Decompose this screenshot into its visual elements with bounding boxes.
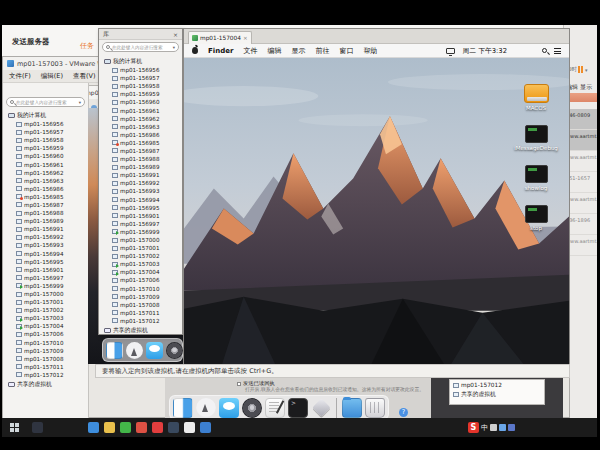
sogou-tool-icon[interactable] [499, 424, 506, 431]
vm-list-item[interactable]: mp01-156959 [3, 144, 88, 152]
background-vm-dock[interactable] [102, 338, 183, 362]
tree-root-my-computer[interactable]: 我的计算机 [99, 57, 182, 66]
dock-icon[interactable] [219, 398, 239, 418]
vm-list-item[interactable]: mp01-156988 [99, 155, 182, 163]
menu-item[interactable]: 显示 [291, 46, 305, 56]
vm-list-item[interactable]: mp01-156961 [99, 106, 182, 114]
library-panel-header[interactable]: 库 × [99, 29, 182, 40]
dock-icon[interactable] [166, 342, 183, 359]
taskbar-app-icon[interactable] [184, 422, 195, 433]
library-search-input[interactable]: 在此处键入内容进行搜索 ▾ [6, 97, 85, 107]
vm-list-item[interactable]: mp01-156960 [99, 98, 182, 106]
mini-panel-row[interactable]: 共享的虚拟机 [453, 390, 541, 399]
vm-list-item[interactable]: mp01-156957 [99, 74, 182, 82]
taskbar-app-icon[interactable] [168, 422, 179, 433]
vm-list-item[interactable]: mp01-157003 [3, 314, 88, 322]
taskbar-app-icon[interactable] [200, 422, 211, 433]
vm-list-item[interactable]: mp01-156993 [3, 241, 88, 249]
menu-item[interactable]: 文件(F) [9, 72, 31, 81]
notification-center-icon[interactable] [554, 48, 561, 54]
vm-list-item[interactable]: mp01-157010 [99, 285, 182, 293]
tree-root-my-computer[interactable]: 我的计算机 [3, 111, 88, 120]
active-app-menu[interactable]: Finder [208, 47, 233, 55]
tree-shared-vms[interactable]: 共享的虚拟机 [3, 380, 88, 389]
help-button[interactable]: ? [399, 408, 408, 417]
menu-item[interactable]: 前往 [315, 46, 329, 56]
dock-icon[interactable] [126, 342, 143, 359]
vm-list-item[interactable]: mp01-156986 [99, 131, 182, 139]
vm-list-item[interactable]: mp01-157000 [99, 236, 182, 244]
close-icon[interactable]: × [243, 35, 248, 41]
display-status-icon[interactable] [446, 48, 455, 54]
vm-list-item[interactable]: mp01-156997 [99, 220, 182, 228]
vm-list-item[interactable]: mp01-157011 [3, 363, 88, 371]
dock-icon[interactable] [311, 398, 331, 418]
vm-list-item[interactable]: mp01-157001 [3, 298, 88, 306]
vm-list-item[interactable]: mp01-156985 [99, 139, 182, 147]
dock-icon[interactable] [265, 398, 285, 418]
vm-list-item[interactable]: mp01-156991 [3, 225, 88, 233]
vm-list-item[interactable]: mp01-157002 [99, 252, 182, 260]
dock-icon[interactable] [288, 398, 308, 418]
dock-icon[interactable] [242, 398, 262, 418]
vm-list-item[interactable]: mp01-157009 [99, 293, 182, 301]
vm-list-item[interactable]: mp01-156960 [3, 152, 88, 160]
vm-list-item[interactable]: mp01-156993 [99, 187, 182, 195]
vm-list-item[interactable]: mp01-156994 [3, 250, 88, 258]
dock-icon[interactable] [173, 398, 193, 418]
vm-list-item[interactable]: mp01-156961 [3, 160, 88, 168]
taskbar-app-icon[interactable] [136, 422, 147, 433]
vm-list-item[interactable]: mp01-156992 [99, 179, 182, 187]
spotlight-search-icon[interactable] [542, 48, 547, 53]
vm-list-item[interactable]: mp01-156995 [3, 258, 88, 266]
vm-list-item[interactable]: mp01-156958 [99, 82, 182, 90]
vm-list-item[interactable]: mp01-156956 [99, 66, 182, 74]
vm-list-item[interactable]: mp01-156985 [3, 193, 88, 201]
vm-list-item[interactable]: mp01-156994 [99, 196, 182, 204]
taskbar-app-icon[interactable] [88, 422, 99, 433]
macos-desktop[interactable]: MACOS iMessageDebug showlog stop [184, 58, 569, 365]
vm-list-item[interactable]: mp01-156959 [99, 90, 182, 98]
dock-icon[interactable] [196, 398, 216, 418]
front-vm-tab[interactable]: mp01-157004 × [188, 31, 252, 44]
vm-list-item[interactable]: mp01-156995 [99, 204, 182, 212]
vm-list-item[interactable]: mp01-157003 [99, 260, 182, 268]
vm-list-item[interactable]: mp01-156988 [3, 209, 88, 217]
vm-list-item[interactable]: mp01-156958 [3, 136, 88, 144]
vm-list-item[interactable]: mp01-156963 [3, 177, 88, 185]
desktop-icon[interactable]: iMessageDebug [515, 125, 557, 151]
sogou-input-bar[interactable]: S 中 [468, 421, 515, 434]
vm-list-item[interactable]: mp01-157010 [3, 339, 88, 347]
sogou-tool-icon[interactable] [508, 424, 515, 431]
vm-list-item[interactable]: mp01-156962 [99, 115, 182, 123]
vm-list-item[interactable]: mp01-157006 [3, 330, 88, 338]
vm-list-item[interactable]: mp01-157012 [3, 371, 88, 379]
menu-item[interactable]: 编辑(E) [41, 72, 63, 81]
dock-icon[interactable] [146, 342, 163, 359]
vm-list-item[interactable]: mp01-156999 [3, 282, 88, 290]
vm-list-item[interactable]: mp01-156962 [3, 169, 88, 177]
vm-list-item[interactable]: mp01-157006 [99, 276, 182, 284]
desktop-icon[interactable]: stop [515, 205, 557, 231]
menu-item[interactable]: 查看(V) [73, 72, 96, 81]
taskbar-app-icon[interactable] [32, 422, 43, 433]
vm-list-item[interactable]: mp01-157002 [3, 306, 88, 314]
vm-list-item[interactable]: mp01-157008 [99, 301, 182, 309]
dock-icon[interactable] [342, 398, 362, 418]
vm-list-item[interactable]: mp01-156991 [99, 171, 182, 179]
desktop-icon[interactable]: MACOS [515, 84, 557, 111]
vm-list-item[interactable]: mp01-157012 [99, 317, 182, 325]
bottom-macos-dock[interactable] [169, 395, 389, 420]
vm-list-item[interactable]: mp01-156987 [99, 147, 182, 155]
library-search-input[interactable]: 在此处键入内容进行搜索 ▾ [102, 42, 179, 52]
vm-list-item[interactable]: mp01-156956 [3, 120, 88, 128]
vm-list-item[interactable]: mp01-156987 [3, 201, 88, 209]
taskbar-app-icon[interactable] [120, 422, 131, 433]
vm-list-item[interactable]: mp01-156989 [99, 163, 182, 171]
mini-panel-row[interactable]: mp01-157012 [453, 382, 541, 388]
desktop-icon[interactable]: showlog [515, 165, 557, 191]
input-mode-indicator[interactable]: 中 [481, 423, 488, 433]
vm-list-item[interactable]: mp01-156986 [3, 185, 88, 193]
menu-item[interactable]: 窗口 [339, 46, 353, 56]
menu-bar-clock[interactable]: 周二 下午3:32 [462, 46, 507, 56]
